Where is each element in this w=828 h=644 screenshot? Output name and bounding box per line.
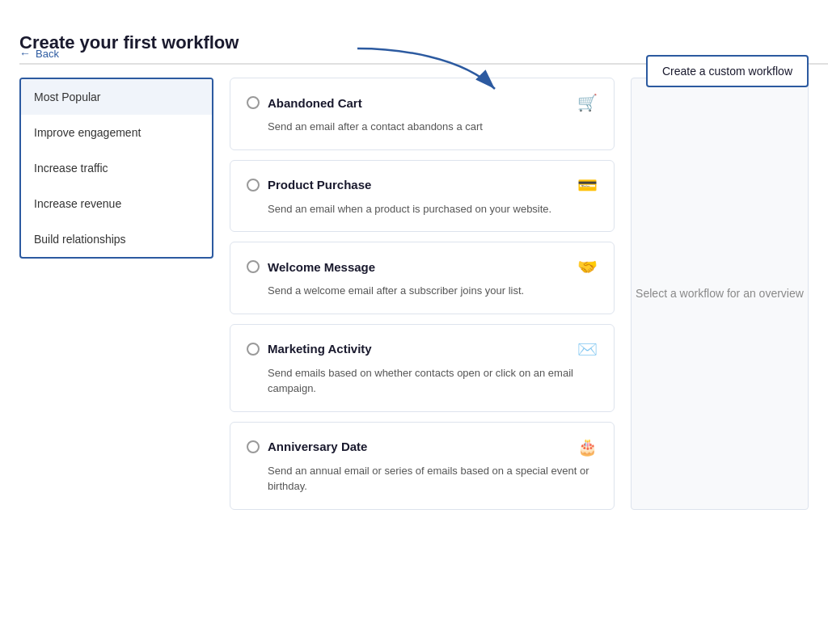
back-arrow-icon: ←: [19, 47, 31, 60]
welcome-message-icon: 🤝: [577, 257, 598, 276]
radio-product-purchase[interactable]: [247, 179, 260, 192]
workflow-list: Abandoned Cart 🛒 Send an email after a c…: [230, 78, 615, 510]
title-row: Abandoned Cart: [247, 96, 362, 110]
workflow-desc-abandoned-cart: Send an email after a contact abandons a…: [268, 119, 598, 135]
workflow-card-header: Anniversary Date 🎂: [247, 437, 598, 457]
workflow-card-header: Product Purchase 💳: [247, 175, 598, 195]
product-purchase-icon: 💳: [577, 175, 598, 195]
back-link[interactable]: ← Back: [19, 47, 59, 60]
title-row: Product Purchase: [247, 178, 371, 192]
create-custom-workflow-button[interactable]: Create a custom workflow: [646, 55, 809, 87]
sidebar-item-build-relationships[interactable]: Build relationships: [21, 221, 212, 257]
workflow-card-header: Marketing Activity ✉️: [247, 339, 598, 359]
workflow-card-anniversary-date[interactable]: Anniversary Date 🎂 Send an annual email …: [230, 422, 615, 510]
workflow-card-header: Abandoned Cart 🛒: [247, 93, 598, 112]
workflow-title-marketing-activity: Marketing Activity: [268, 342, 372, 356]
sidebar-item-increase-traffic[interactable]: Increase traffic: [21, 150, 212, 186]
overview-placeholder-text: Select a workflow for an overview: [636, 287, 804, 300]
anniversary-date-icon: 🎂: [577, 437, 598, 457]
title-row: Marketing Activity: [247, 342, 372, 356]
overview-panel: Select a workflow for an overview: [631, 78, 809, 510]
workflow-desc-product-purchase: Send an email when a product is purchase…: [268, 201, 598, 217]
workflow-card-welcome-message[interactable]: Welcome Message 🤝 Send a welcome email a…: [230, 242, 615, 314]
title-row: Welcome Message: [247, 260, 375, 274]
marketing-activity-icon: ✉️: [577, 339, 598, 359]
workflow-card-header: Welcome Message 🤝: [247, 257, 598, 276]
title-row: Anniversary Date: [247, 440, 367, 453]
workflow-desc-welcome-message: Send a welcome email after a subscriber …: [268, 283, 598, 299]
sidebar-item-improve-engagement[interactable]: Improve engagement: [21, 115, 212, 150]
main-content: Most Popular Improve engagement Increase…: [0, 65, 828, 510]
radio-welcome-message[interactable]: [247, 260, 260, 273]
workflow-desc-anniversary-date: Send an annual email or series of emails…: [268, 463, 598, 495]
workflow-title-product-purchase: Product Purchase: [268, 178, 371, 192]
workflow-card-abandoned-cart[interactable]: Abandoned Cart 🛒 Send an email after a c…: [230, 78, 615, 150]
back-label: Back: [36, 48, 59, 60]
sidebar-item-most-popular[interactable]: Most Popular: [21, 79, 212, 115]
page-container: ← Back Create your first workflow Create…: [0, 32, 828, 644]
sidebar: Most Popular Improve engagement Increase…: [19, 78, 213, 259]
radio-marketing-activity[interactable]: [247, 343, 260, 356]
workflow-card-product-purchase[interactable]: Product Purchase 💳 Send an email when a …: [230, 160, 615, 233]
workflow-title-anniversary-date: Anniversary Date: [268, 440, 367, 453]
radio-anniversary-date[interactable]: [247, 440, 260, 453]
workflow-title-abandoned-cart: Abandoned Cart: [268, 96, 362, 110]
workflow-title-welcome-message: Welcome Message: [268, 260, 375, 274]
workflow-card-marketing-activity[interactable]: Marketing Activity ✉️ Send emails based …: [230, 324, 615, 412]
workflow-desc-marketing-activity: Send emails based on whether contacts op…: [268, 365, 598, 397]
radio-abandoned-cart[interactable]: [247, 96, 260, 109]
abandoned-cart-icon: 🛒: [577, 93, 598, 112]
sidebar-item-increase-revenue[interactable]: Increase revenue: [21, 186, 212, 221]
